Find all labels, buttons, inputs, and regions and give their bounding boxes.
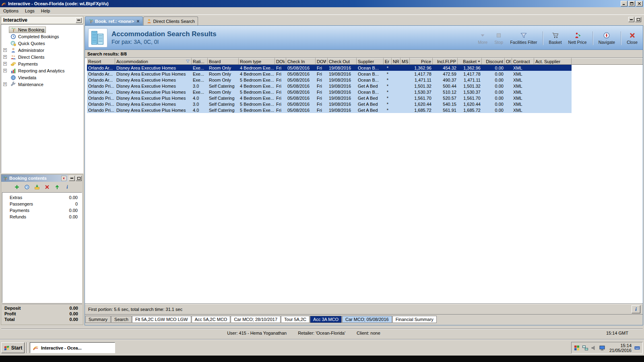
tray-network-icon[interactable] (582, 345, 588, 351)
sidebar-item-direct-clients[interactable]: +Direct Clients (1, 53, 83, 60)
column-header-supplier[interactable]: Supplier (357, 58, 384, 65)
sidebar-item-new-booking[interactable]: New Booking (1, 26, 83, 33)
menu-logs[interactable]: Logs (22, 8, 38, 14)
column-header-room-type[interactable]: Room type (239, 58, 275, 65)
column-header-rati[interactable]: Rati... (192, 58, 208, 65)
grid-body: Orlando Ar...Disney Area Executive Homes… (87, 65, 643, 113)
refresh-button[interactable] (23, 183, 31, 191)
palm-icon (88, 19, 93, 24)
table-row[interactable]: Orlando Ar...Disney Area Executive Plus … (87, 71, 572, 77)
window-maximize-button[interactable] (628, 1, 635, 6)
info-button[interactable]: i (63, 183, 71, 191)
booking-contents-row[interactable]: Extras0.00 (2, 194, 82, 201)
taskbar-task-button[interactable]: Interactive - Ocea... (30, 342, 115, 353)
sidebar-item-maintenance[interactable]: +Maintenance (1, 81, 83, 88)
nett-price-icon (574, 32, 581, 39)
bottom-tab-search[interactable]: Search (111, 316, 132, 323)
facilities-filter-button[interactable]: Facilities Filter (508, 31, 539, 46)
column-header-nr[interactable]: NR (392, 58, 400, 65)
tab-direct-clients-search[interactable]: Direct Clients Search (143, 16, 198, 25)
expand-icon[interactable]: + (3, 69, 7, 72)
bottom-tab-summary[interactable]: Summary (85, 316, 111, 323)
booking-contents-row[interactable]: Payments0.00 (2, 207, 82, 214)
column-header-basket[interactable]: Basket (458, 58, 482, 65)
column-header-check-in[interactable]: Check In (286, 58, 316, 65)
close-button[interactable]: Close (625, 31, 640, 46)
bottom-tab-financial-summary[interactable]: Financial Summary (392, 316, 437, 323)
column-header-of[interactable]: Of (505, 58, 512, 65)
import-button[interactable] (33, 183, 41, 191)
tab-book-ref-none[interactable]: Book. ref.: <none>× (85, 16, 143, 25)
sidebar-item-administrator[interactable]: +Administrator (1, 47, 83, 53)
panel-collapse-button[interactable] (76, 18, 82, 23)
bottom-tab-tour-5a-2c[interactable]: Tour 5A,2C (281, 316, 310, 323)
bottom-tab-acc-5a-2c-mco[interactable]: Acc 5A,2C MCO (192, 316, 231, 323)
column-header-dow[interactable]: DOW (275, 58, 286, 65)
tray-display-icon[interactable] (599, 345, 605, 351)
booking-contents-close-icon[interactable]: × (61, 176, 66, 181)
table-cell: 0.00 (482, 78, 505, 82)
panel-minimize-button[interactable] (69, 176, 75, 181)
language-tray-icon[interactable] (634, 345, 640, 351)
start-button[interactable]: Start (1, 342, 25, 353)
tray-volume-icon[interactable] (590, 345, 597, 351)
expand-icon[interactable]: + (3, 55, 7, 59)
table-row[interactable]: Orlando Pri...Disney Area Executive Home… (87, 83, 572, 89)
table-row[interactable]: Orlando Ar...Disney Area Executive Homes… (87, 77, 572, 83)
column-sort-icon[interactable] (478, 61, 480, 62)
column-header-ms[interactable]: MS (400, 58, 410, 65)
expand-icon[interactable]: + (3, 48, 7, 52)
sidebar-item-completed-bookings[interactable]: Completed Bookings (1, 33, 83, 40)
table-row[interactable]: Orlando Pri...Disney Area Executive Plus… (87, 95, 572, 101)
info-button[interactable]: i (632, 305, 640, 313)
menu-options[interactable]: Options (0, 8, 22, 14)
sidebar-item-viewdata[interactable]: Viewdata (1, 74, 83, 81)
main-maximize-button[interactable] (635, 17, 641, 22)
main-minimize-button[interactable] (628, 17, 634, 22)
navigate-button[interactable]: Navigate (597, 31, 617, 46)
menu-help[interactable]: Help (38, 8, 54, 14)
column-header-resort[interactable]: Resort (87, 58, 115, 65)
stop-button[interactable]: Stop (492, 31, 506, 46)
tab-close-icon[interactable]: × (137, 19, 140, 23)
sidebar-item-reporting-and-analytics[interactable]: +Reporting and Analytics (1, 67, 83, 74)
booking-contents-row[interactable]: Refunds0.00 (2, 214, 82, 220)
column-header-act-supplier[interactable]: Act. Supplier (534, 58, 572, 65)
panel-maximize-button[interactable] (76, 176, 82, 181)
booking-contents-row[interactable]: Passengers0 (2, 201, 82, 207)
table-row[interactable]: Orlando Pri...Disney Area Executive Home… (87, 101, 572, 107)
bottom-tab-flt-5a-2c-lgw-mco-lgw[interactable]: Flt 5A,2C LGW MCO LGW (132, 316, 191, 323)
column-header-contract[interactable]: Contract (512, 58, 534, 65)
column-header-incl-fl-pp[interactable]: Incl.Fl.PP (433, 58, 458, 65)
booking-contents-header[interactable]: Booking contents × (1, 175, 68, 182)
tray-color-icon[interactable] (574, 345, 580, 351)
column-header-price[interactable]: Price (410, 58, 433, 65)
nett-price-button[interactable]: Nett Price (566, 31, 589, 46)
column-header-accommodation[interactable]: Accommodation (115, 58, 192, 65)
more-button[interactable]: More (476, 31, 489, 46)
column-header-check-out[interactable]: Check Out (328, 58, 357, 65)
sidebar-item-payments[interactable]: +Payments (1, 60, 83, 67)
delete-button[interactable] (43, 183, 51, 191)
table-row[interactable]: Orlando Ar...Disney Area Executive Plus … (87, 89, 572, 95)
table-cell: 3.0 (192, 102, 208, 107)
table-row[interactable]: Orlando Pri...Disney Area Executive Plus… (87, 107, 572, 113)
window-minimize-button[interactable] (621, 1, 627, 6)
window-close-button[interactable] (636, 1, 643, 6)
column-header-dow[interactable]: DOW (316, 58, 328, 65)
column-header-discount[interactable]: Discount (482, 58, 505, 65)
add-button[interactable] (13, 183, 21, 191)
bottom-tab-car-mco-28-10-2017[interactable]: Car MCO; 28/10/2017 (231, 316, 281, 323)
column-header-board[interactable]: Board (208, 58, 239, 65)
expand-icon[interactable]: + (3, 82, 7, 86)
bottom-tab-car-mco-05-08-2016[interactable]: Car MCO; 05/08/2016 (342, 316, 392, 323)
table-row[interactable]: Orlando Ar...Disney Area Executive Homes… (87, 65, 572, 71)
column-header-er[interactable]: Er (384, 58, 392, 65)
bottom-tab-acc-3a-mco[interactable]: Acc 3A MCO (310, 316, 342, 323)
sidebar-item-label: Maintenance (18, 82, 43, 87)
basket-button[interactable]: Basket (547, 31, 564, 46)
column-filter-icon[interactable] (186, 59, 190, 64)
move-up-button[interactable] (53, 183, 61, 191)
sidebar-item-quick-quotes[interactable]: Quick Quotes (1, 40, 83, 47)
expand-icon[interactable]: + (3, 62, 7, 66)
